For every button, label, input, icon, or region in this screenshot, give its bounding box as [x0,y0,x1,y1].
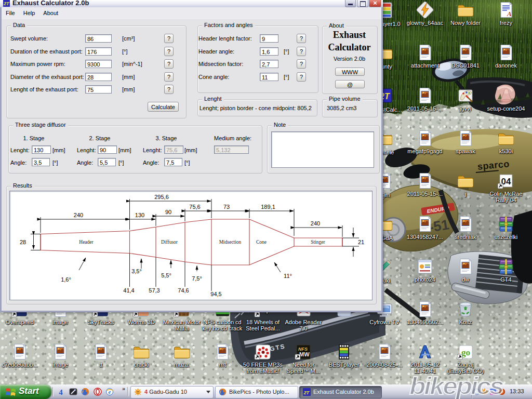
factor-help-button[interactable]: ? [297,47,306,56]
taskbar-button-bikepics-photo-uplo[interactable]: BikePics - Photo Uplo... [215,386,298,398]
desktop-icon-attachment[interactable]: attachment [405,44,445,69]
desktop-icon-rrrt[interactable]: rrrt [202,343,243,368]
close-button[interactable]: × [369,0,381,7]
menu-file[interactable]: File [2,7,19,16]
lenght-result-text: Lenght; piston border - cone midpoint: 8… [200,105,312,111]
results-canvas: 295,675,673189,19024013024041,457,374,69… [9,191,373,300]
pipe-volume-group-caption: Pipe volume [327,96,363,102]
data-field-input[interactable]: 86 [85,34,112,43]
desktop-icon-setup-cone204[interactable]: setup-cone204 [486,87,526,112]
desktop-icon-kosz[interactable]: Kosz [445,301,486,325]
desktop-icon-tt[interactable]: tt [81,343,121,368]
desktop-icon-uszczelki[interactable]: uszczelki [486,216,526,240]
data-help-button[interactable]: ? [164,34,174,43]
desktop-icon-dw-label: dw [445,276,486,283]
factor-help-button[interactable]: ? [297,34,306,43]
data-field-input[interactable]: 75 [85,85,112,94]
menu-help[interactable]: Help [19,7,39,16]
stage-lenght-input[interactable]: 75,6 [164,145,183,154]
desktop-icon-redniak[interactable]: średniak [445,216,486,240]
data-help-button[interactable]: ? [164,85,174,94]
data-field-input[interactable]: 176 [85,47,112,56]
window-titlebar[interactable]: 2T Exhaust Calculator 2.0b × [0,0,383,7]
desktop-icon-erele-label[interactable]: erele [381,149,394,155]
desktop-icon-gt4[interactable]: GT4 [486,258,526,283]
calculate-button[interactable]: Calculate [148,102,179,112]
taskbar-button-gadu-gadu-10[interactable]: 4 Gadu-Gadu 10 [130,386,214,398]
desktop-icon-2011-05-15[interactable]: 2011-05-15-... [405,172,445,197]
desktop-icon-ayer1-0-label[interactable]: ayer1.0 [381,21,401,27]
desktop-icon-muza[interactable]: muza. [162,343,202,368]
factor-field-input[interactable]: 11 [260,73,278,81]
desktop-icon-megafp9gagd[interactable]: megafp9gagd [405,130,445,154]
stage-lenght-input[interactable]: 90 [98,145,117,154]
desktop-icon-spawak[interactable]: spawak [445,130,486,154]
stage-title: 2. Stage [85,135,114,141]
desktop-icon-1304690502[interactable]: 1304690502... [405,301,445,325]
desktop-icon-gda-label[interactable]: GdA [381,235,393,241]
desktop-icon-k530i-label: k530i [486,148,526,154]
taskbar-button-gadu-gadu-10-dropdown-arrow[interactable] [206,391,210,393]
desktop-icon-dsc01841[interactable]: DSC01841 [445,44,486,69]
menu-about[interactable]: About [39,7,62,16]
desktop-icon-cracki[interactable]: cracki [121,343,162,368]
stage-angle-input[interactable]: 7,5 [164,158,182,166]
desktop-icon-photo24[interactable]: photo24 [405,258,445,283]
desktop-icon-50-free-mp3s-from-emusic[interactable]: 50 FREE MP3s from eMusic! [243,343,283,374]
svg-text:5,5°: 5,5° [161,272,171,278]
quicklaunch-allplayer-4-icon[interactable]: 4 [57,388,65,396]
factor-help-button[interactable]: ? [297,59,306,69]
desktop-icon-dw[interactable]: dw [445,258,486,283]
desktop-icon-image[interactable]: image [40,343,81,368]
maximize-button[interactable] [357,0,368,7]
factor-field-input[interactable]: 9 [260,34,278,43]
www-button[interactable]: WWW [335,68,365,76]
desktop-icon-bestplayer-icon [335,343,353,360]
quicklaunch-opera-icon[interactable] [94,388,102,396]
desktop-icon-zagraj-easybits-go[interactable]: goZagraj (EasyBits GO) [445,343,486,374]
taskbar-clock: 13:33 [510,388,524,394]
desktop-icon-1304958247[interactable]: 1304958247... [405,216,445,240]
data-help-button[interactable]: ? [164,47,174,56]
svg-text:57,3: 57,3 [149,287,159,294]
desktop-icon-2011-05-12-11-40-41[interactable]: 2011-05-12 11.40.41 [405,343,445,374]
stage-lenght-input[interactable]: 130 [32,145,51,154]
minimize-button[interactable] [345,0,356,7]
desktop-icon-colin-mcrae-rally-04[interactable]: 04Colin McRae Rally 04 [486,172,526,203]
desktop-icon-danonek[interactable]: danonek [486,44,526,69]
desktop-icon-c7edce0abb[interactable]: c7edce0abb... [0,343,40,368]
desktop-icon-j[interactable]: j [445,172,486,197]
desktop-icon-c7edce0abb-label: c7edce0abb... [0,362,40,368]
desktop-icon-stcalc-label[interactable]: stCalc... [381,107,402,113]
quicklaunch-photo-editor-icon[interactable] [69,388,77,396]
note-textarea[interactable] [271,131,374,168]
desktop-icon-2011-05-15[interactable]: 2011-05-15-... [405,87,445,112]
factor-field-input[interactable]: 2,7 [260,60,278,68]
quicklaunch-firefox-icon[interactable] [81,388,89,396]
desktop-icon-need-for-speed-m[interactable]: NFSMWNeed for Speed™ M... [283,343,324,374]
data-help-button[interactable]: ? [164,72,174,82]
email-button[interactable]: @ [335,80,365,88]
start-button[interactable]: Start [0,384,51,399]
data-field-unit: [°] [122,48,128,55]
desktop-icon-glowny-64aac[interactable]: glowny_64aac [405,2,445,26]
stage-angle-input[interactable]: 5,5 [98,158,116,166]
desktop-icon-photo24-icon [416,258,434,275]
data-field-input[interactable]: 28 [85,73,112,81]
desktop-icon-nowy-folder[interactable]: Nowy folder [445,2,486,26]
data-help-button[interactable]: ? [164,59,174,69]
medium-angle-input[interactable]: 5,132 [214,145,249,154]
desktop-icon-frezy[interactable]: Afrezy [486,2,526,26]
taskbar-button-exhaust-calculator-2-0b[interactable]: 2TExhaust Calculator 2.0b [299,386,382,398]
quicklaunch-internet-explorer-icon[interactable]: e [105,388,114,396]
desktop-icon-jgvvi[interactable]: jgvvi [445,87,486,112]
factor-field-input[interactable]: 1,6 [260,47,278,56]
data-field-input[interactable]: 9300 [85,60,112,68]
quicklaunch-chevron-icon[interactable]: » [122,385,125,392]
desktop-icon-unty-label[interactable]: unty [381,63,392,70]
desktop-icon-bestplayer[interactable]: BESTplayer [324,343,364,368]
desktop-icon-2009-08-25[interactable]: 2009-08-25-... [364,343,405,368]
factor-help-button[interactable]: ? [297,72,306,82]
desktop-icon-k530i[interactable]: k530i [486,130,526,154]
stage-angle-input[interactable]: 3,5 [32,158,50,166]
